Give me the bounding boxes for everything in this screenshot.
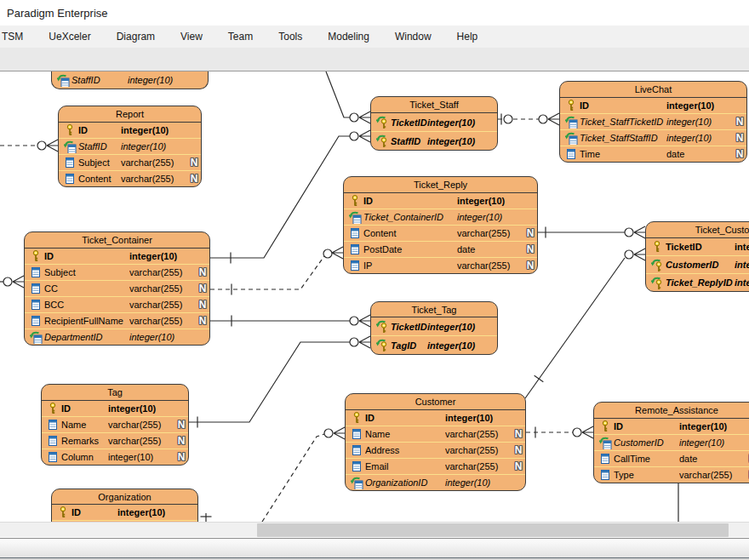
entity-table-ticket_reply[interactable]: Ticket_ReplyIDinteger(10)Ticket_Containe… bbox=[343, 176, 538, 274]
column-row[interactable]: StaffIDinteger(10) bbox=[371, 132, 497, 150]
table-header[interactable]: Ticket_Reply bbox=[344, 177, 537, 193]
cardinality-zero-circle bbox=[350, 132, 358, 140]
table-header[interactable]: LiveChat bbox=[560, 82, 746, 98]
table-header[interactable]: Customer bbox=[346, 394, 525, 410]
column-row[interactable]: CustomerIDinteger(10) bbox=[646, 256, 749, 274]
table-header[interactable]: Ticket_Staff bbox=[371, 97, 497, 113]
column-row[interactable]: TimedateN bbox=[560, 146, 746, 162]
nullable-badge: N bbox=[523, 260, 537, 271]
horizontal-scrollbar-thumb[interactable] bbox=[257, 523, 729, 537]
primary-foreign-key-icon bbox=[374, 340, 391, 351]
nullable-badge: N bbox=[512, 428, 525, 440]
column-row[interactable]: Ticket_StaffStaffIDinteger(10)N bbox=[560, 130, 746, 146]
column-row[interactable]: Ticket_ReplyIDinteger(10) bbox=[646, 274, 749, 291]
column-row[interactable]: IDinteger(10) bbox=[594, 419, 749, 435]
column-row[interactable]: BCCvarchar(255)N bbox=[25, 297, 209, 313]
column-name: Subject bbox=[44, 267, 129, 277]
table-header[interactable]: Remote_Assistance bbox=[594, 403, 749, 419]
primary-foreign-key-icon bbox=[374, 321, 391, 333]
entity-table-customer[interactable]: CustomerIDinteger(10)Namevarchar(255)NAd… bbox=[345, 393, 526, 491]
column-row[interactable]: Ticket_ContainerIDinteger(10) bbox=[344, 209, 537, 226]
menu-item-diagram[interactable]: Diagram bbox=[104, 26, 168, 48]
entity-table-livechat[interactable]: LiveChatIDinteger(10)Ticket_StaffTicketI… bbox=[559, 81, 747, 163]
menu-item-tools[interactable]: Tools bbox=[266, 26, 315, 48]
menu-item-help[interactable]: Help bbox=[444, 26, 491, 48]
diagram-canvas[interactable]: StaffIDinteger(10)ReportIDinteger(10)Sta… bbox=[0, 71, 749, 522]
column-row[interactable]: CustomerIDinteger(10) bbox=[594, 435, 749, 451]
column-row[interactable]: RecipientFullNamevarchar(255)N bbox=[25, 313, 209, 329]
column-row[interactable]: Contentvarchar(255)N bbox=[344, 226, 537, 242]
column-name: Time bbox=[580, 149, 666, 159]
window-titlebar: Paradigm Enterprise bbox=[0, 0, 749, 26]
column-name: Name bbox=[61, 420, 108, 430]
column-icon bbox=[61, 173, 78, 185]
menu-item-view[interactable]: View bbox=[168, 26, 215, 48]
column-row[interactable]: Emailvarchar(255)N bbox=[346, 459, 525, 475]
table-header[interactable]: Organization bbox=[52, 489, 197, 505]
column-icon bbox=[563, 148, 580, 160]
column-row[interactable]: IDinteger(10) bbox=[344, 193, 537, 209]
column-row[interactable]: Typevarchar(255)N bbox=[594, 467, 749, 483]
nullable-badge: N bbox=[512, 460, 525, 472]
table-header[interactable]: Ticket_Tag bbox=[371, 302, 497, 317]
column-row[interactable]: Remarksvarchar(255)N bbox=[42, 433, 188, 449]
cardinality-zero-circle bbox=[625, 228, 633, 237]
column-row[interactable]: Addressvarchar(255)N bbox=[346, 443, 525, 459]
column-row[interactable]: IPvarchar(255)N bbox=[344, 258, 537, 273]
column-row[interactable]: IDinteger(10) bbox=[59, 123, 201, 139]
cardinality-one-tick bbox=[535, 375, 544, 381]
column-row[interactable]: TagIDinteger(10) bbox=[371, 336, 497, 354]
table-header[interactable]: Ticket_Container bbox=[25, 232, 209, 249]
entity-table-organization[interactable]: OrganizationIDinteger(10) bbox=[51, 489, 198, 522]
column-row[interactable]: PostDatedateN bbox=[344, 242, 537, 258]
cardinality-zero-circle bbox=[350, 317, 358, 325]
column-name: ID bbox=[363, 196, 457, 206]
column-row[interactable]: StaffIDinteger(10) bbox=[52, 71, 208, 89]
column-row[interactable]: Subjectvarchar(255)N bbox=[25, 265, 209, 281]
entity-table-report[interactable]: ReportIDinteger(10)StaffIDinteger(10)Sub… bbox=[58, 106, 202, 187]
entity-table-ticket_staff[interactable]: Ticket_StaffTicketIDinteger(10)StaffIDin… bbox=[370, 96, 498, 151]
table-header[interactable]: Report bbox=[59, 106, 201, 123]
column-row[interactable]: TicketIDinteger(10) bbox=[371, 317, 497, 336]
entity-table-ticket_customer[interactable]: Ticket_CustomerTicketIDinteger(10)Custom… bbox=[645, 221, 749, 292]
entity-table-remote_assistance[interactable]: Remote_AssistanceIDinteger(10)CustomerID… bbox=[593, 402, 749, 483]
table-header[interactable]: Tag bbox=[42, 385, 188, 401]
menu-item-modeling[interactable]: Modeling bbox=[315, 26, 382, 48]
column-row[interactable]: Contentvarchar(255)N bbox=[59, 171, 201, 186]
column-row[interactable]: IDinteger(10) bbox=[42, 401, 188, 417]
menu-item-window[interactable]: Window bbox=[382, 26, 444, 48]
column-row[interactable]: CCvarchar(255)N bbox=[25, 281, 209, 297]
column-row[interactable]: IDinteger(10) bbox=[560, 98, 746, 114]
entity-table-ticket_tag[interactable]: Ticket_TagTicketIDinteger(10)TagIDintege… bbox=[370, 301, 498, 355]
column-row[interactable]: IDinteger(10) bbox=[52, 505, 197, 521]
menu-item-team[interactable]: Team bbox=[215, 26, 266, 48]
entity-table-ticket_container[interactable]: Ticket_ContainerIDinteger(10)Subjectvarc… bbox=[24, 231, 210, 346]
nullable-badge: N bbox=[174, 435, 188, 447]
column-row[interactable]: Namevarchar(255)N bbox=[42, 417, 188, 433]
table-header[interactable]: Ticket_Customer bbox=[646, 222, 749, 238]
column-row[interactable]: Subjectvarchar(255)N bbox=[59, 155, 201, 171]
column-name: CustomerID bbox=[666, 260, 735, 270]
entity-table-partial[interactable]: StaffIDinteger(10) bbox=[51, 71, 209, 89]
column-type: varchar(255) bbox=[445, 445, 512, 455]
column-row[interactable]: Ticket_StaffTicketIDinteger(10)N bbox=[560, 114, 746, 130]
column-name: Email bbox=[365, 461, 445, 471]
column-row[interactable]: CallTimedateN bbox=[594, 451, 749, 467]
column-row[interactable]: Namevarchar(255)N bbox=[346, 426, 525, 443]
entity-table-tag[interactable]: TagIDinteger(10)Namevarchar(255)NRemarks… bbox=[41, 384, 189, 466]
column-row[interactable]: Columninteger(10)N bbox=[42, 449, 188, 465]
column-row[interactable]: DepartmentIDinteger(10) bbox=[25, 329, 209, 345]
menu-item-uexceler[interactable]: UeXceler bbox=[36, 26, 103, 48]
column-row[interactable]: IDinteger(10) bbox=[346, 410, 525, 426]
column-row[interactable]: TicketIDinteger(10) bbox=[646, 238, 749, 256]
column-row[interactable]: IDinteger(10) bbox=[25, 249, 209, 265]
menu-item-tsm[interactable]: TSM bbox=[0, 26, 36, 48]
column-type: integer(10) bbox=[117, 507, 184, 517]
column-icon bbox=[348, 444, 365, 456]
column-row[interactable]: StaffIDinteger(10) bbox=[59, 139, 201, 155]
primary-foreign-key-icon bbox=[649, 259, 666, 271]
column-row[interactable]: OrganizationIDinteger(10) bbox=[346, 475, 525, 490]
horizontal-scrollbar-track[interactable] bbox=[0, 522, 749, 537]
column-row[interactable]: TicketIDinteger(10) bbox=[371, 113, 497, 132]
column-type: integer(10) bbox=[457, 212, 523, 222]
